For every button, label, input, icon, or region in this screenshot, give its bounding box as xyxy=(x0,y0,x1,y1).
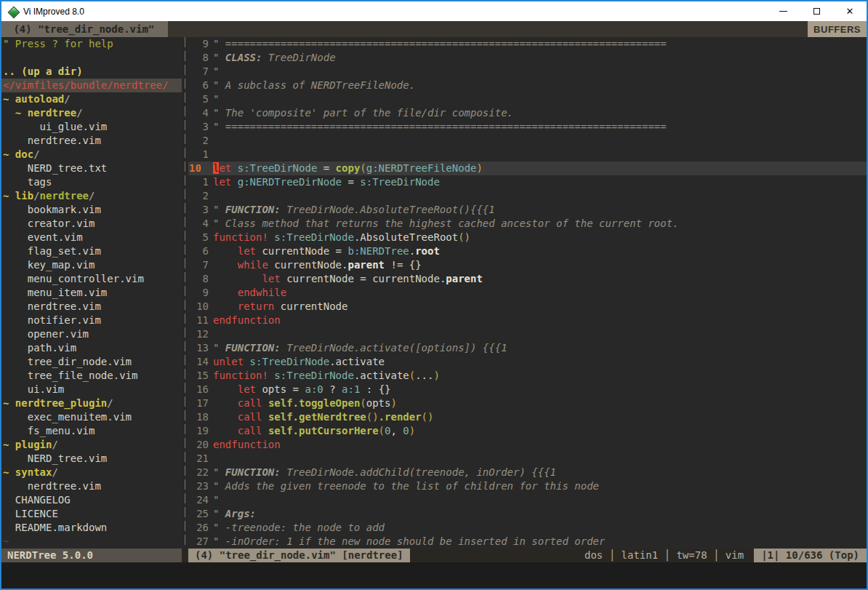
tree-item[interactable]: NERD_tree.txt xyxy=(1,162,182,175)
token-file: README.markdown xyxy=(3,522,107,533)
code-line[interactable]: 23" Adds the given treenode to the list … xyxy=(188,479,867,493)
token-pl xyxy=(231,162,237,174)
tree-item[interactable]: key_map.vim xyxy=(1,258,182,272)
token-pb: parent xyxy=(446,273,483,284)
tree-item[interactable]: nerdtree.vim xyxy=(1,300,182,314)
code-line[interactable]: 3" FUNCTION: TreeDirNode.AbsoluteTreeRoo… xyxy=(188,203,867,217)
tree-item[interactable]: " Press ? for help xyxy=(1,37,182,51)
tree-item[interactable]: exec_menuitem.vim xyxy=(1,410,182,424)
title-bar[interactable]: Vi IMproved 8.0 ✕ xyxy=(1,1,867,21)
tree-item[interactable]: flag_set.vim xyxy=(1,244,182,258)
tree-item[interactable]: ~ syntax/ xyxy=(1,466,182,479)
code-line[interactable]: 9 endwhile xyxy=(188,286,867,300)
main-area: " Press ? for help.. (up a dir)</vimfile… xyxy=(1,37,867,549)
token-file: notifier.vim xyxy=(3,314,101,326)
code-line[interactable]: 16 let opts = a:0 ? a:1 : {} xyxy=(188,383,867,396)
tree-item[interactable]: LICENCE xyxy=(1,507,182,521)
code-line[interactable]: 27" -inOrder: 1 if the new node should b… xyxy=(188,535,867,549)
code-line[interactable]: 22" FUNCTION: TreeDirNode.addChild(treen… xyxy=(188,466,867,479)
code-line[interactable]: 25" Args: xyxy=(188,507,867,521)
code-line[interactable]: 8 let currentNode = currentNode.parent xyxy=(188,272,867,286)
tree-item[interactable]: creator.vim xyxy=(1,217,182,231)
command-line[interactable] xyxy=(1,562,867,589)
token-cmt: " xyxy=(213,494,219,506)
code-line[interactable]: 20endfunction xyxy=(188,438,867,452)
tree-item[interactable]: fs_menu.vim xyxy=(1,424,182,438)
code-line[interactable]: 13" FUNCTION: TreeDirNode.activate([opti… xyxy=(188,341,867,355)
tree-item[interactable]: bookmark.vim xyxy=(1,203,182,217)
code-line[interactable]: 19 call self.putCursorHere(0, 0) xyxy=(188,424,867,438)
tree-item[interactable]: notifier.vim xyxy=(1,314,182,327)
tree-item[interactable]: ~ autoload/ xyxy=(1,92,182,106)
tree-item[interactable] xyxy=(1,51,182,65)
tree-item[interactable]: ~ doc/ xyxy=(1,148,182,162)
tree-item[interactable]: opener.vim xyxy=(1,327,182,341)
tree-item[interactable]: nerdtree.vim xyxy=(1,134,182,148)
code-line[interactable]: 5" xyxy=(188,92,867,106)
minimize-button[interactable] xyxy=(766,1,800,21)
code-line[interactable]: 6 let currentNode = b:NERDTree.root xyxy=(188,244,867,258)
token-pl: , xyxy=(390,425,403,436)
token-id: a:1 xyxy=(342,383,360,395)
tree-item[interactable]: menu_item.vim xyxy=(1,286,182,300)
token-kw: let xyxy=(213,176,231,188)
close-button[interactable]: ✕ xyxy=(833,1,867,21)
code-line[interactable]: 1let g:NERDTreeDirNode = s:TreeDirNode xyxy=(188,175,867,189)
tree-item[interactable]: NERD_tree.vim xyxy=(1,452,182,466)
tree-item[interactable]: ~ nerdtree_plugin/ xyxy=(1,396,182,410)
window-separator[interactable] xyxy=(182,37,188,549)
code-line[interactable]: 10 return currentNode xyxy=(188,300,867,314)
code-line[interactable]: 11endfunction xyxy=(188,314,867,327)
line-number: 27 xyxy=(188,535,210,549)
tree-item[interactable]: menu_controller.vim xyxy=(1,272,182,286)
code-line[interactable]: 24" xyxy=(188,493,867,507)
code-line[interactable]: 6" A subclass of NERDTreeFileNode. xyxy=(188,79,867,92)
code-line[interactable]: 1 xyxy=(188,148,867,162)
tree-item[interactable]: tags xyxy=(1,175,182,189)
vim-icon xyxy=(8,7,18,17)
code-line[interactable]: 5function! s:TreeDirNode.AbsoluteTreeRoo… xyxy=(188,231,867,244)
tree-item[interactable]: ~ plugin/ xyxy=(1,438,182,452)
code-line-cursor[interactable]: 10let s:TreeDirNode = copy(g:NERDTreeFil… xyxy=(188,162,867,175)
code-line[interactable]: 26" -treenode: the node to add xyxy=(188,521,867,535)
token-updir: .. (up a dir) xyxy=(3,65,83,77)
code-line[interactable]: 9" =====================================… xyxy=(188,37,867,51)
code-line[interactable]: 8" CLASS: TreeDirNode xyxy=(188,51,867,65)
tree-item[interactable]: CHANGELOG xyxy=(1,493,182,507)
code-line[interactable]: 2 xyxy=(188,134,867,148)
tree-item[interactable]: ui.vim xyxy=(1,383,182,396)
token-pb: parent xyxy=(347,259,385,271)
token-pl xyxy=(213,287,238,298)
tree-item[interactable]: tree_dir_node.vim xyxy=(1,355,182,369)
token-file: menu_item.vim xyxy=(3,287,107,298)
tree-item[interactable]: ~ lib/nerdtree/ xyxy=(1,189,182,203)
code-line[interactable]: 18 call self.getNerdtree().render() xyxy=(188,410,867,424)
code-line[interactable]: 21 xyxy=(188,452,867,466)
tree-item[interactable]: path.vim xyxy=(1,341,182,355)
tree-item[interactable]: event.vim xyxy=(1,231,182,244)
token-kw: et xyxy=(219,162,231,174)
tree-item[interactable]: tree_file_node.vim xyxy=(1,369,182,383)
code-line[interactable]: 17 call self.toggleOpen(opts) xyxy=(188,396,867,410)
token-par: () xyxy=(458,231,470,243)
token-help: " Press ? for help xyxy=(3,38,113,49)
code-line[interactable]: 4" The 'composite' part of the file/dir … xyxy=(188,106,867,120)
code-line[interactable]: 3" =====================================… xyxy=(188,120,867,134)
tree-item[interactable]: README.markdown xyxy=(1,521,182,535)
tree-item[interactable]: ~ nerdtree/ xyxy=(1,106,182,120)
code-line[interactable]: 4" Class method that returns the highest… xyxy=(188,217,867,231)
code-line[interactable]: 15function! s:TreeDirNode.activate(...) xyxy=(188,369,867,383)
code-line[interactable]: 2 xyxy=(188,189,867,203)
tree-item[interactable]: ~ xyxy=(1,535,182,549)
tree-item-selected[interactable]: </vimfiles/bundle/nerdtree/ xyxy=(1,79,182,92)
tree-item[interactable]: .. (up a dir) xyxy=(1,65,182,79)
tree-item[interactable]: nerdtree.vim xyxy=(1,479,182,493)
code-line[interactable]: 12 xyxy=(188,327,867,341)
line-number: 16 xyxy=(188,383,210,396)
code-line[interactable]: 14unlet s:TreeDirNode.activate xyxy=(188,355,867,369)
maximize-button[interactable] xyxy=(800,1,833,21)
tree-item[interactable]: ui_glue.vim xyxy=(1,120,182,134)
code-line[interactable]: 7" xyxy=(188,65,867,79)
code-line[interactable]: 7 while currentNode.parent != {} xyxy=(188,258,867,272)
tab-tree-dir-node[interactable]: (4) "tree_dir_node.vim" xyxy=(1,21,168,37)
